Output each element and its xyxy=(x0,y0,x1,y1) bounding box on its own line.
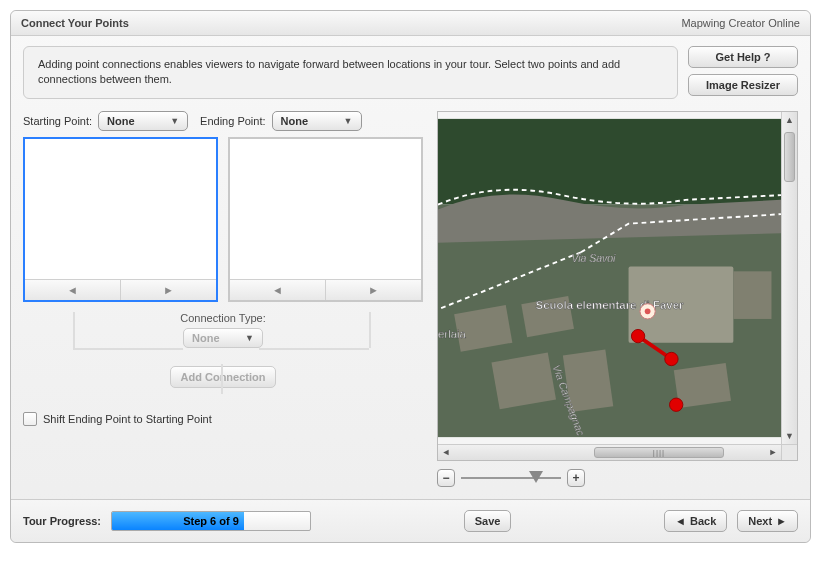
product-name: Mapwing Creator Online xyxy=(681,17,800,29)
connector-line xyxy=(369,312,371,348)
shift-ending-checkbox[interactable] xyxy=(23,412,37,426)
next-button[interactable]: Next ► xyxy=(737,510,798,532)
horizontal-scrollbar[interactable]: ◄ |||| ► xyxy=(438,444,781,460)
map-point-marker xyxy=(631,329,644,342)
scroll-right-button[interactable]: ► xyxy=(765,444,781,460)
instruction-box: Adding point connections enables viewers… xyxy=(23,46,678,99)
tour-progress-bar: Step 6 of 9 xyxy=(111,511,311,531)
triangle-right-icon: ► xyxy=(163,284,174,296)
zoom-slider-track xyxy=(461,477,561,479)
app-window: Connect Your Points Mapwing Creator Onli… xyxy=(10,10,811,543)
footer: Tour Progress: Step 6 of 9 Save ◄ Back N… xyxy=(11,499,810,542)
scroll-h-thumb[interactable]: |||| xyxy=(594,447,724,458)
triangle-right-icon: ► xyxy=(776,515,787,527)
triangle-down-icon: ▼ xyxy=(785,431,794,441)
zoom-slider[interactable] xyxy=(461,469,561,487)
starting-point-preview[interactable]: ◄ ► xyxy=(23,137,218,302)
add-connection-button[interactable]: Add Connection xyxy=(170,366,277,388)
map-point-marker xyxy=(665,352,678,365)
connector-line xyxy=(221,364,223,394)
connection-editor: Starting Point: None ▼ Ending Point: Non… xyxy=(23,111,423,487)
zoom-slider-thumb[interactable] xyxy=(529,471,543,483)
titlebar: Connect Your Points Mapwing Creator Onli… xyxy=(11,11,810,36)
starting-thumbnail xyxy=(25,139,216,279)
road-label: Via Savoi xyxy=(571,253,616,264)
starting-prev-button[interactable]: ◄ xyxy=(25,280,120,300)
vertical-scrollbar[interactable]: ▲ ▼ xyxy=(781,112,797,444)
triangle-left-icon: ◄ xyxy=(675,515,686,527)
save-button[interactable]: Save xyxy=(464,510,512,532)
zoom-in-button[interactable]: + xyxy=(567,469,585,487)
starting-point-select[interactable]: None ▼ xyxy=(98,111,188,131)
starting-next-button[interactable]: ► xyxy=(120,280,216,300)
ending-point-label: Ending Point: xyxy=(200,115,265,127)
map-canvas[interactable]: Via Savoi erlaia Via Campagnac Scuola el… xyxy=(438,112,781,444)
tour-progress-label: Tour Progress: xyxy=(23,515,101,527)
scroll-up-button[interactable]: ▲ xyxy=(782,112,798,128)
image-resizer-button[interactable]: Image Resizer xyxy=(688,74,798,96)
connection-type-value: None xyxy=(192,332,220,344)
zoom-out-button[interactable]: − xyxy=(437,469,455,487)
ending-next-button[interactable]: ► xyxy=(325,280,421,300)
next-button-label: Next xyxy=(748,515,772,527)
tour-progress-text: Step 6 of 9 xyxy=(112,512,310,530)
starting-point-value: None xyxy=(107,115,135,127)
triangle-left-icon: ◄ xyxy=(442,447,451,457)
ending-point-select[interactable]: None ▼ xyxy=(272,111,362,131)
map-svg: Via Savoi erlaia Via Campagnac Scuola el… xyxy=(438,112,781,444)
connector-line xyxy=(73,348,183,350)
map-point-marker xyxy=(670,398,683,411)
svg-point-9 xyxy=(645,308,651,314)
scroll-v-thumb[interactable] xyxy=(784,132,795,182)
caret-down-icon: ▼ xyxy=(344,116,353,126)
area-label: erlaia xyxy=(438,328,467,340)
scroll-left-button[interactable]: ◄ xyxy=(438,444,454,460)
starting-point-label: Starting Point: xyxy=(23,115,92,127)
triangle-right-icon: ► xyxy=(368,284,379,296)
back-button[interactable]: ◄ Back xyxy=(664,510,727,532)
connector-line xyxy=(73,312,75,348)
connection-type-select[interactable]: None ▼ xyxy=(183,328,263,348)
connection-type-label: Connection Type: xyxy=(23,312,423,324)
triangle-right-icon: ► xyxy=(769,447,778,457)
connector-line xyxy=(259,348,369,350)
svg-rect-8 xyxy=(733,271,771,319)
poi-label: Scuola elementare di Faver xyxy=(536,299,684,311)
triangle-up-icon: ▲ xyxy=(785,115,794,125)
scroll-h-track[interactable]: |||| xyxy=(454,445,765,460)
map-viewport[interactable]: Via Savoi erlaia Via Campagnac Scuola el… xyxy=(437,111,798,461)
shift-ending-label: Shift Ending Point to Starting Point xyxy=(43,413,212,425)
scrollbar-corner xyxy=(781,444,797,460)
back-button-label: Back xyxy=(690,515,716,527)
scroll-down-button[interactable]: ▼ xyxy=(782,428,798,444)
scroll-v-track[interactable] xyxy=(782,128,797,428)
caret-down-icon: ▼ xyxy=(245,333,254,343)
triangle-left-icon: ◄ xyxy=(272,284,283,296)
ending-thumbnail xyxy=(230,139,421,279)
get-help-button[interactable]: Get Help ? xyxy=(688,46,798,68)
ending-point-preview[interactable]: ◄ ► xyxy=(228,137,423,302)
ending-prev-button[interactable]: ◄ xyxy=(230,280,325,300)
svg-rect-4 xyxy=(491,352,556,409)
caret-down-icon: ▼ xyxy=(170,116,179,126)
triangle-left-icon: ◄ xyxy=(67,284,78,296)
page-title: Connect Your Points xyxy=(21,17,129,29)
ending-point-value: None xyxy=(281,115,309,127)
